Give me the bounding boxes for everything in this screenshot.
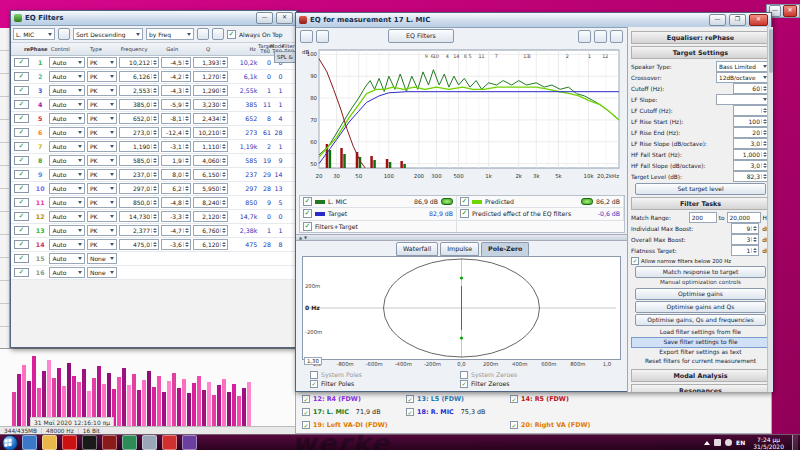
eq-maximize-button[interactable]: ❐ — [729, 14, 746, 26]
taskbar-icon-notepad[interactable] — [142, 435, 157, 450]
filter-frequency-input[interactable]: 10,212 — [119, 57, 159, 68]
task-value-spinner[interactable]: 1 — [731, 245, 759, 256]
measurement-item[interactable]: ✓19: Left VA-DI (FDW) — [302, 421, 388, 429]
optimise-button[interactable]: Optimise gains — [635, 288, 766, 300]
sort-order-select[interactable]: Sort Descending — [73, 28, 143, 40]
filter-type-select[interactable]: PK — [87, 197, 117, 208]
filter-enabled-checkbox[interactable]: ✓ — [14, 198, 29, 207]
show-desktop-button[interactable] — [792, 435, 798, 450]
filter-q-input[interactable]: 4,060 — [193, 155, 229, 166]
target-settings-header[interactable]: Target Settings — [631, 46, 770, 59]
tray-icon-1[interactable] — [714, 439, 721, 446]
filter-control-select[interactable]: Auto — [49, 127, 85, 138]
spinner-arrows-icon[interactable] — [220, 102, 227, 107]
eq-tool-icon-1[interactable] — [300, 30, 313, 43]
filter-type-select[interactable]: PK — [87, 239, 117, 250]
filter-control-select[interactable]: Auto — [49, 197, 85, 208]
filter-control-select[interactable]: Auto — [49, 141, 85, 152]
filter-enabled-checkbox[interactable]: ✓ — [14, 170, 29, 179]
spinner-arrows-icon[interactable] — [183, 242, 190, 247]
taskbar-icon-media[interactable] — [182, 435, 197, 450]
filter-control-select[interactable]: Auto — [49, 99, 85, 110]
clock[interactable]: 7:24 μμ 31/5/2020 — [749, 436, 788, 450]
pz-option-checkbox[interactable] — [310, 371, 318, 379]
filter-frequency-input[interactable]: 297,0 — [119, 183, 159, 194]
spinner-arrows-icon[interactable] — [151, 60, 158, 65]
filter-type-select[interactable]: None — [87, 267, 117, 278]
filter-gain-input[interactable]: -3,6 — [161, 239, 191, 250]
spinner-arrows-icon[interactable] — [183, 60, 190, 65]
filter-gain-input[interactable]: -4,2 — [161, 71, 191, 82]
always-on-top-checkbox[interactable]: ✓ — [227, 30, 236, 39]
filter-frequency-input[interactable]: 237,0 — [119, 169, 159, 180]
spinner-arrows-icon[interactable] — [183, 116, 190, 121]
start-button[interactable] — [2, 435, 18, 450]
eq-tool-icon-5[interactable] — [610, 30, 623, 43]
filter-control-select[interactable]: Auto — [49, 267, 85, 278]
target-field-spinner[interactable]: 1,000 — [733, 149, 769, 160]
tray-icon-2[interactable] — [725, 439, 732, 446]
filter-frequency-input[interactable]: 585,0 — [119, 155, 159, 166]
equaliser-header[interactable]: Equaliser: rePhase — [631, 31, 770, 44]
scrollbar-thumb[interactable] — [769, 29, 773, 73]
filter-control-select[interactable]: Auto — [49, 225, 85, 236]
filters-tool-icon-2[interactable] — [197, 28, 209, 40]
filter-q-input[interactable]: 6,760 — [193, 225, 229, 236]
measurement-item[interactable]: ✓13: L5 (FDW) — [406, 395, 464, 403]
measurement-checkbox[interactable]: ✓ — [510, 395, 518, 403]
filter-enabled-checkbox[interactable]: ✓ — [14, 156, 29, 165]
spinner-arrows-icon[interactable] — [183, 214, 190, 219]
spinner-arrows-icon[interactable] — [183, 102, 190, 107]
filter-control-select[interactable]: Auto — [49, 211, 85, 222]
spinner-arrows-icon[interactable] — [151, 214, 158, 219]
optimise-button[interactable]: Optimise gains and Qs — [635, 301, 766, 313]
filters-tool-icon-1[interactable] — [58, 28, 70, 40]
optimise-button[interactable]: Optimise gains, Qs and frequencies — [635, 314, 766, 326]
filter-type-select[interactable]: PK — [87, 141, 117, 152]
target-field-select[interactable]: Bass Limited — [716, 61, 770, 72]
filter-enabled-checkbox[interactable]: ✓ — [14, 128, 29, 137]
filter-type-select[interactable]: PK — [87, 183, 117, 194]
filter-q-input[interactable]: 6,150 — [193, 169, 229, 180]
eq-tool-icon-4[interactable] — [594, 30, 607, 43]
spinner-arrows-icon[interactable] — [151, 130, 158, 135]
filter-control-select[interactable]: Auto — [49, 85, 85, 96]
target-field-spinner[interactable]: 3,0 — [733, 160, 769, 171]
spinner-arrows-icon[interactable] — [183, 200, 190, 205]
filter-type-select[interactable]: PK — [87, 85, 117, 96]
filter-frequency-input[interactable]: 2,377 — [119, 225, 159, 236]
filter-type-select[interactable]: PK — [87, 99, 117, 110]
task-value-spinner[interactable]: 3 — [731, 234, 759, 245]
eq-minimize-button[interactable]: — — [709, 14, 726, 26]
spinner-arrows-icon[interactable] — [183, 228, 190, 233]
filter-gain-input[interactable]: 1,9 — [161, 155, 191, 166]
filter-q-input[interactable]: 1,270 — [193, 71, 229, 82]
filter-gain-input[interactable]: -3,1 — [161, 141, 191, 152]
filter-q-input[interactable]: 10,210 — [193, 127, 229, 138]
filter-enabled-checkbox[interactable]: ✓ — [14, 114, 29, 123]
measurement-checkbox[interactable]: ✓ — [406, 408, 414, 416]
filter-gain-input[interactable]: -5,9 — [161, 99, 191, 110]
filter-gain-input[interactable]: -3,3 — [161, 211, 191, 222]
spinner-arrows-icon[interactable] — [151, 88, 158, 93]
spinner-arrows-icon[interactable] — [220, 158, 227, 163]
filter-gain-input[interactable]: -4,5 — [161, 57, 191, 68]
splitter-up-icon[interactable]: ▲ — [299, 235, 302, 240]
filter-gain-input[interactable]: -8,1 — [161, 113, 191, 124]
measurement-checkbox[interactable]: ✓ — [302, 421, 310, 429]
channel-select[interactable]: L. MIC — [13, 28, 55, 40]
side-panel-scrollbar[interactable] — [767, 27, 773, 392]
filters-close-button[interactable]: ✕ — [276, 12, 293, 24]
target-field-spinner[interactable]: 82,3 — [733, 171, 769, 182]
filter-q-input[interactable]: 5,950 — [193, 183, 229, 194]
taskbar-icon-explorer[interactable] — [22, 435, 37, 450]
taskbar-icon-rew[interactable] — [102, 435, 117, 450]
measurement-checkbox[interactable]: ✓ — [302, 408, 310, 416]
filter-frequency-input[interactable]: 6,126 — [119, 71, 159, 82]
filter-type-select[interactable]: PK — [87, 225, 117, 236]
filter-control-select[interactable]: Auto — [49, 169, 85, 180]
filter-enabled-checkbox[interactable]: ✓ — [14, 142, 29, 151]
filter-frequency-input[interactable]: 385,0 — [119, 99, 159, 110]
eq-tool-icon-3[interactable] — [578, 30, 591, 43]
filter-control-select[interactable]: Auto — [49, 253, 85, 264]
